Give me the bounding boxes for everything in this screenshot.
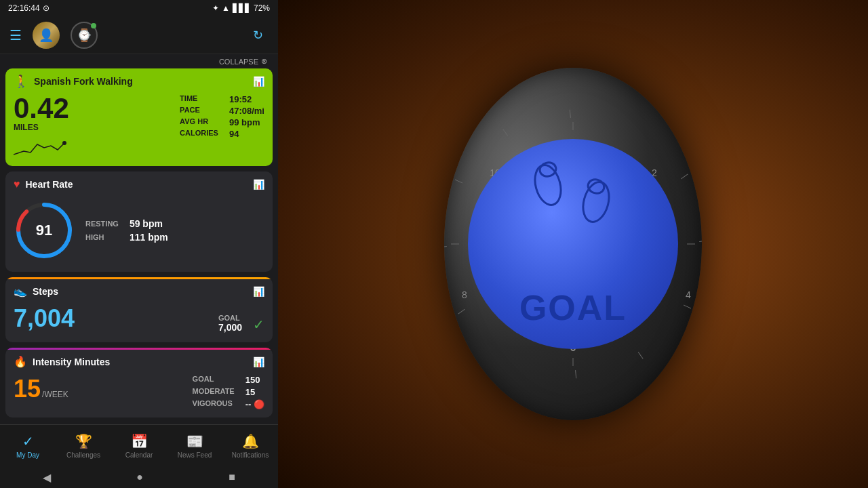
signal-icon: ▋▋▋ — [233, 3, 251, 13]
high-value: 111 bpm — [130, 232, 168, 243]
svg-point-29 — [587, 178, 606, 195]
challenges-icon: 🏆 — [75, 433, 92, 449]
svg-line-12 — [572, 370, 579, 378]
heart-rate-card[interactable]: ♥ Heart Rate 📊 91 REST — [5, 171, 273, 272]
svg-point-0 — [62, 141, 66, 145]
status-bar: 22:16:44 ⊙ ✦ ▲ ▋▋▋ 72% — [0, 0, 278, 16]
walking-chart-icon[interactable]: 📊 — [253, 76, 264, 87]
intensity-stats: GOAL 150 MODERATE 15 VIGOROUS -- 🔴 — [193, 375, 264, 409]
svg-line-14 — [444, 243, 447, 250]
intensity-chart-icon[interactable]: 📊 — [253, 357, 264, 367]
intensity-value-area: 15/WEEK — [14, 375, 182, 403]
steps-achieved-checkmark: ✓ — [253, 317, 264, 333]
pace-value: 47:08/mi — [229, 106, 264, 116]
watch-icon[interactable]: ⌚ — [71, 22, 98, 49]
status-bar-right: ✦ ▲ ▋▋▋ 72% — [212, 3, 270, 13]
walking-miles-label: MILES — [14, 123, 180, 132]
notifications-label: Notifications — [232, 451, 269, 459]
challenges-label: Challenges — [66, 451, 100, 459]
shoe-prints — [533, 159, 613, 227]
avg-hr-label: AVG HR — [180, 117, 218, 125]
walking-body: 0.42 MILES TIME 19:52 PACE 47:08/mi AVG … — [5, 92, 273, 166]
svg-line-11 — [637, 352, 645, 359]
steps-card[interactable]: 👟 Steps 📊 7,004 GOAL 7,000 ✓ — [5, 277, 273, 342]
heart-rate-title: Heart Rate — [26, 179, 248, 190]
svg-point-26 — [533, 162, 565, 207]
nav-item-news-feed[interactable]: 📰 News Feed — [167, 425, 222, 466]
notifications-icon: 🔔 — [242, 433, 259, 449]
walking-person-icon: 🚶 — [14, 74, 28, 89]
heart-bpm-value: 91 — [36, 222, 52, 239]
watch-screen: GOAL — [468, 139, 678, 349]
my-day-icon: ✓ — [22, 433, 34, 449]
news-feed-icon: 📰 — [186, 433, 203, 449]
walking-miles-area: 0.42 MILES — [14, 94, 180, 158]
heart-icon: ♥ — [14, 178, 20, 190]
heart-body: 91 RESTING 59 bpm HIGH 111 bpm — [5, 195, 273, 272]
nav-item-notifications[interactable]: 🔔 Notifications — [222, 425, 278, 466]
walking-card[interactable]: 🚶 Spanish Fork Walking 📊 0.42 MILES — [5, 68, 273, 166]
battery-display: 72% — [254, 3, 270, 13]
walking-header: 🚶 Spanish Fork Walking 📊 — [5, 68, 273, 92]
back-button[interactable]: ◀ — [43, 471, 51, 484]
android-nav: ◀ ● ■ — [0, 466, 278, 488]
watch-side: 12 3 6 9 2 4 8 10 — [278, 0, 868, 488]
calendar-icon: 📅 — [131, 433, 148, 449]
steps-goal-value: 7,000 — [218, 322, 242, 333]
intensity-icon: 🔥 — [14, 355, 27, 368]
steps-value: 7,004 — [14, 304, 208, 333]
svg-line-13 — [458, 308, 465, 316]
moderate-value: 15 — [245, 387, 264, 397]
watch-bezel: 12 3 6 9 2 4 8 10 — [444, 68, 702, 420]
walking-title: Spanish Fork Walking — [34, 76, 248, 87]
bottom-nav: ✓ My Day 🏆 Challenges 📅 Calendar 📰 News … — [0, 424, 278, 466]
recents-button[interactable]: ■ — [229, 471, 235, 483]
calendar-label: Calendar — [125, 451, 153, 459]
walking-miles-value: 0.42 — [14, 94, 180, 123]
steps-title: Steps — [33, 286, 248, 297]
svg-line-15 — [455, 180, 462, 183]
news-feed-label: News Feed — [178, 451, 212, 459]
intensity-value: 15 — [14, 375, 41, 403]
svg-line-17 — [567, 110, 574, 118]
heart-chart-icon[interactable]: 📊 — [253, 179, 264, 190]
avg-hr-value: 99 bpm — [229, 117, 264, 127]
steps-chart-icon[interactable]: 📊 — [253, 286, 264, 297]
nav-item-my-day[interactable]: ✓ My Day — [0, 425, 56, 466]
nav-item-challenges[interactable]: 🏆 Challenges — [56, 425, 111, 466]
heart-rate-header: ♥ Heart Rate 📊 — [5, 171, 273, 195]
svg-line-16 — [501, 129, 509, 136]
walking-stats: TIME 19:52 PACE 47:08/mi AVG HR 99 bpm C… — [180, 94, 264, 139]
vigorous-value: -- 🔴 — [245, 399, 264, 409]
hamburger-menu[interactable]: ☰ — [9, 27, 22, 43]
resting-label: RESTING — [85, 220, 119, 228]
walking-mini-chart — [14, 138, 68, 158]
alarm-icon: ⊙ — [43, 3, 50, 13]
home-button[interactable]: ● — [136, 471, 143, 483]
avatar[interactable]: 👤 — [33, 22, 60, 49]
collapse-bar[interactable]: COLLAPSE ⊗ — [5, 54, 273, 68]
svg-line-9 — [699, 238, 702, 245]
vigorous-label: VIGOROUS — [193, 399, 235, 409]
refresh-button[interactable]: ↻ — [247, 24, 269, 46]
top-nav: ☰ 👤 ⌚ ↻ — [0, 16, 278, 54]
svg-point-27 — [538, 161, 557, 178]
time-value: 19:52 — [229, 94, 264, 104]
watch-container: 12 3 6 9 2 4 8 10 — [444, 68, 702, 420]
steps-goal-label: GOAL — [218, 314, 240, 322]
bluetooth-icon: ✦ — [212, 3, 219, 13]
calories-value: 94 — [229, 129, 264, 139]
intensity-title: Intensity Minutes — [33, 357, 248, 367]
steps-goal-area: GOAL 7,000 — [218, 314, 242, 333]
intensity-goal-label: GOAL — [193, 375, 235, 385]
goal-text: GOAL — [519, 290, 627, 325]
scroll-area[interactable]: COLLAPSE ⊗ 🚶 Spanish Fork Walking 📊 0.42… — [0, 54, 278, 424]
status-bar-left: 22:16:44 ⊙ — [8, 3, 50, 13]
intensity-card[interactable]: 🔥 Intensity Minutes 📊 15/WEEK GOAL 150 M… — [5, 348, 273, 418]
nav-item-calendar[interactable]: 📅 Calendar — [111, 425, 167, 466]
heart-gauge: 91 — [14, 200, 75, 261]
moderate-label: MODERATE — [193, 387, 235, 397]
heart-stats: RESTING 59 bpm HIGH 111 bpm — [85, 218, 168, 243]
svg-text:4: 4 — [686, 289, 691, 300]
wifi-icon: ▲ — [222, 3, 230, 13]
